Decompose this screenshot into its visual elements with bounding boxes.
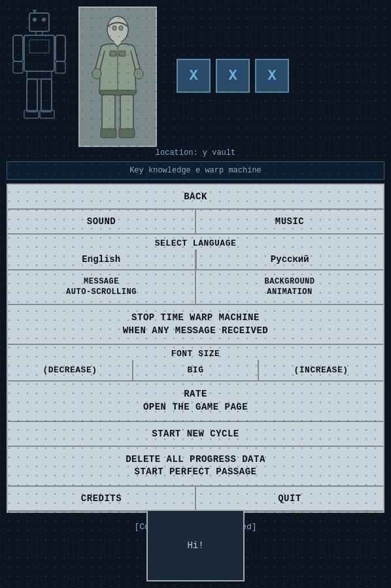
background-animation-button[interactable]: BACKGROUNDANIMATION xyxy=(196,270,383,304)
rate-open-page-button[interactable]: RATEOPEN THE GAME PAGE xyxy=(8,382,383,421)
svg-rect-9 xyxy=(56,35,65,61)
chat-bubble: Hi! xyxy=(146,510,245,581)
svg-point-24 xyxy=(92,69,101,79)
start-new-cycle-button[interactable]: START NEW CYCLE xyxy=(8,422,383,447)
russian-button[interactable]: Русский xyxy=(197,250,384,269)
svg-point-17 xyxy=(107,16,128,42)
font-size-label: FONT SIZE xyxy=(8,345,383,360)
knowledge-bar: Key knowledge e warp machine xyxy=(7,161,384,180)
svg-point-19 xyxy=(119,25,123,30)
svg-rect-10 xyxy=(13,61,23,73)
x-button-2[interactable]: X xyxy=(216,59,250,93)
svg-point-4 xyxy=(33,10,37,12)
delete-all-progress-button[interactable]: DELETE ALL PROGRESS DATASTART PERFECT PA… xyxy=(8,447,383,487)
svg-point-25 xyxy=(134,69,143,79)
top-area: X X X xyxy=(0,0,391,150)
menu-panel: BACK SOUND MUSIC SELECT LANGUAGE English… xyxy=(7,184,384,513)
svg-point-18 xyxy=(112,25,116,30)
font-big-button[interactable]: big xyxy=(133,360,259,380)
svg-rect-30 xyxy=(119,129,135,138)
knowledge-text: Key knowledge e warp machine xyxy=(129,166,262,175)
robot-character xyxy=(7,7,72,137)
sound-music-row: SOUND MUSIC xyxy=(8,210,383,235)
english-button[interactable]: English xyxy=(8,250,196,269)
quit-button[interactable]: QUIT xyxy=(196,487,383,510)
svg-rect-29 xyxy=(101,129,116,138)
svg-rect-14 xyxy=(41,79,52,112)
sound-button[interactable]: SOUND xyxy=(8,210,196,233)
credits-quit-row: CREDITS QUIT xyxy=(8,487,383,512)
svg-rect-23 xyxy=(119,51,126,56)
music-button[interactable]: MUSIC xyxy=(196,210,383,233)
x-buttons-group: X X X xyxy=(177,59,289,93)
select-language-label: SELECT LANGUAGE xyxy=(8,235,383,250)
svg-point-2 xyxy=(42,18,46,22)
svg-rect-0 xyxy=(29,13,49,31)
svg-rect-27 xyxy=(102,95,115,131)
scroll-animation-row: MESSAGEAUTO-SCROLLING BACKGROUNDANIMATIO… xyxy=(8,270,383,305)
location-text: location: y vault xyxy=(156,148,235,157)
chat-text: Hi! xyxy=(187,540,203,551)
svg-rect-8 xyxy=(13,35,23,61)
svg-rect-22 xyxy=(110,51,116,56)
x-button-1[interactable]: X xyxy=(177,59,211,93)
svg-rect-13 xyxy=(27,79,37,112)
svg-rect-11 xyxy=(56,61,65,73)
location-bar: location: y vault xyxy=(0,147,391,159)
svg-rect-28 xyxy=(120,95,133,131)
font-size-row: (decrease) big (increase) xyxy=(8,360,383,382)
svg-rect-7 xyxy=(29,40,49,53)
svg-rect-12 xyxy=(27,71,52,79)
x-button-3[interactable]: X xyxy=(255,59,289,93)
language-row: English Русский xyxy=(8,250,383,270)
main-container: X X X location: y vault Key knowledge e … xyxy=(0,0,391,588)
svg-point-1 xyxy=(33,18,37,22)
back-button[interactable]: BACK xyxy=(8,185,383,210)
font-increase-button[interactable]: (increase) xyxy=(259,360,383,380)
font-decrease-button[interactable]: (decrease) xyxy=(8,360,133,380)
stop-time-warp-button[interactable]: STOP TIME WARP MACHINEWHEN ANY MESSAGE R… xyxy=(8,305,383,345)
credits-button[interactable]: CREDITS xyxy=(8,487,196,510)
character-card xyxy=(78,7,157,147)
message-auto-scroll-button[interactable]: MESSAGEAUTO-SCROLLING xyxy=(8,270,196,304)
